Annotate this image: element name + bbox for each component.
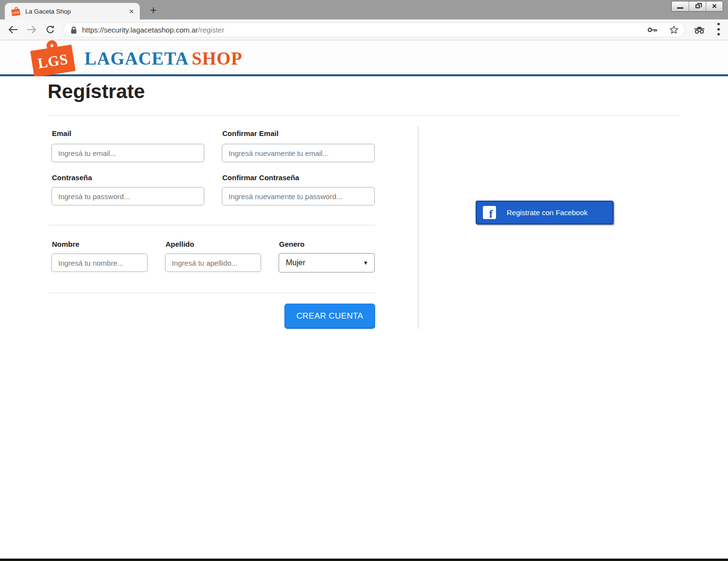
gender-label: Genero: [279, 240, 305, 248]
url-host: https://security.lagacetashop.com.ar: [82, 26, 198, 34]
refresh-button[interactable]: [41, 21, 59, 38]
browser-window: LGS La Gaceta Shop × + ×: [0, 0, 728, 561]
brand-wordmark: LAGACETASHOP: [84, 48, 243, 69]
last-name-label: Apellido: [165, 240, 194, 248]
facebook-register-button[interactable]: f Registrate con Facebook: [476, 201, 613, 224]
window-minimize-button[interactable]: [672, 1, 689, 11]
chevron-down-icon: ▼: [363, 260, 368, 266]
back-arrow-icon: [8, 25, 18, 34]
browser-tab[interactable]: LGS La Gaceta Shop ×: [5, 3, 140, 19]
forward-arrow-icon: [26, 25, 37, 34]
close-icon: ×: [712, 2, 717, 10]
bag-monogram: LGS: [36, 51, 69, 71]
key-icon[interactable]: [647, 27, 658, 33]
browser-titlebar: LGS La Gaceta Shop × + ×: [0, 0, 728, 19]
bookmark-star-icon[interactable]: [669, 25, 679, 35]
brand-name: LAGACETA: [84, 49, 189, 68]
confirm-email-label: Confirmar Email: [222, 129, 279, 137]
site-logo[interactable]: LGS LAGACETASHOP: [31, 42, 243, 75]
email-field[interactable]: [51, 144, 204, 162]
window-controls: ×: [671, 1, 723, 12]
first-name-field[interactable]: [51, 254, 148, 272]
gender-select[interactable]: Mujer ▼: [279, 253, 375, 272]
new-tab-button[interactable]: +: [146, 4, 161, 17]
page-title: Regístrate: [48, 80, 145, 103]
create-account-button[interactable]: CREAR CUENTA: [284, 304, 375, 329]
confirm-password-label: Confirmar Contraseña: [222, 173, 299, 182]
lock-icon: [70, 26, 77, 34]
refresh-icon: [45, 25, 55, 35]
vertical-divider: [418, 126, 418, 329]
window-restore-button[interactable]: [689, 1, 706, 11]
minimize-icon: [677, 7, 683, 9]
email-label: Email: [52, 129, 71, 137]
tab-title: La Gaceta Shop: [25, 8, 128, 15]
site-favicon-icon: LGS: [12, 7, 20, 16]
last-name-field[interactable]: [165, 254, 261, 272]
form-section-divider: [49, 225, 375, 225]
password-field[interactable]: [51, 187, 204, 205]
window-close-button[interactable]: ×: [706, 1, 723, 11]
confirm-password-field[interactable]: [222, 187, 375, 205]
restore-icon: [695, 4, 700, 8]
confirm-email-field[interactable]: [222, 144, 375, 162]
facebook-button-label: Registrate con Facebook: [507, 208, 588, 217]
gender-selected-value: Mujer: [286, 258, 305, 267]
taskbar-edge: [0, 559, 728, 561]
forward-button[interactable]: [22, 21, 41, 38]
password-label: Contraseña: [52, 173, 92, 182]
site-header: LGS LAGACETASHOP: [0, 41, 728, 76]
browser-menu-icon[interactable]: •••: [717, 22, 720, 37]
brand-suffix: SHOP: [192, 49, 243, 68]
url-text: https://security.lagacetashop.com.ar/reg…: [82, 26, 642, 34]
title-divider: [49, 115, 679, 116]
tab-close-icon[interactable]: ×: [128, 7, 135, 16]
first-name-label: Nombre: [52, 240, 80, 248]
back-button[interactable]: [4, 21, 22, 38]
url-path: /register: [198, 26, 224, 34]
shopping-bag-icon: LGS: [31, 42, 78, 75]
browser-toolbar: https://security.lagacetashop.com.ar/reg…: [0, 19, 728, 40]
form-bottom-divider: [49, 293, 375, 293]
facebook-icon: f: [483, 206, 496, 219]
address-bar[interactable]: https://security.lagacetashop.com.ar/reg…: [63, 22, 685, 37]
incognito-icon[interactable]: [694, 25, 705, 34]
register-page: Regístrate Email Confirmar Email Contras…: [0, 76, 728, 558]
